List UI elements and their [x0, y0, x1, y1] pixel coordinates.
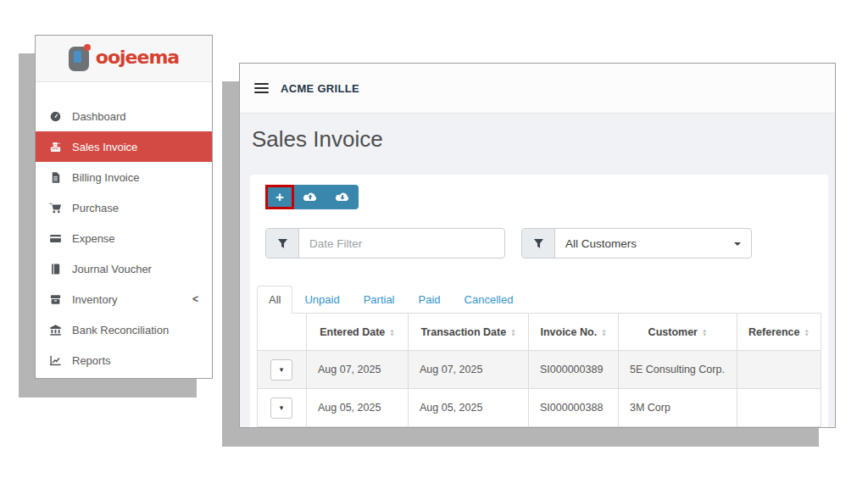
- customer-filter-select[interactable]: All Customers: [521, 228, 752, 258]
- cell: Aug 07, 2025: [307, 351, 409, 389]
- logo-dot: [84, 44, 91, 51]
- cell: SI000000389: [529, 351, 619, 389]
- funnel-icon: [266, 229, 299, 258]
- content-panel: + All Cus: [250, 175, 828, 427]
- status-tabs: All Unpaid Partial Paid Cancelled: [257, 286, 821, 314]
- table-row: ▾Aug 07, 2025Aug 07, 2025SI0000003895E C…: [258, 351, 821, 389]
- cell: 5E Consulting Corp.: [619, 351, 737, 389]
- sidebar-item-label: Journal Voucher: [72, 263, 152, 275]
- oojeema-logo-icon: [69, 47, 89, 71]
- column-header-invoice-no[interactable]: Invoice No.▲▼: [529, 314, 619, 351]
- funnel-icon: [522, 229, 555, 258]
- page-title: Sales Invoice: [252, 126, 835, 153]
- main-panel: ACME GRILLE Sales Invoice +: [239, 63, 836, 428]
- customer-filter-value: All Customers: [555, 237, 637, 250]
- column-header-label: Invoice No.: [540, 326, 597, 338]
- table-header-row: Entered Date▲▼ Transaction Date▲▼ Invoic…: [258, 314, 821, 351]
- sidebar-item-dashboard[interactable]: Dashboard: [36, 101, 212, 131]
- sidebar-item-label: Sales Invoice: [72, 141, 137, 153]
- topbar: ACME GRILLE: [240, 64, 835, 114]
- cloud-upload-icon: [303, 192, 318, 203]
- table-row: ▾Aug 05, 2025Aug 05, 2025SI0000003883M C…: [258, 389, 821, 427]
- sidebar-item-inventory[interactable]: Inventory <: [36, 284, 212, 314]
- date-filter-group: [265, 228, 505, 258]
- sidebar-item-purchase[interactable]: Purchase: [36, 192, 212, 223]
- sidebar-item-label: Purchase: [72, 202, 119, 214]
- sidebar-item-label: Billing Invoice: [72, 171, 140, 184]
- cell: Aug 07, 2025: [409, 351, 529, 389]
- sidebar: oojeema Dashboard Sales Invoice Billing …: [35, 35, 213, 379]
- column-header-reference[interactable]: Reference▲▼: [737, 314, 821, 351]
- caret-down-icon: ▾: [280, 403, 284, 412]
- sidebar-item-bank-reconciliation[interactable]: Bank Reconciliation: [36, 314, 212, 345]
- column-header-label: Customer: [648, 326, 698, 338]
- cell: Aug 05, 2025: [307, 389, 409, 427]
- column-header-customer[interactable]: Customer▲▼: [619, 314, 737, 351]
- dropdown-caret-icon: [734, 242, 741, 249]
- purchase-icon: [49, 202, 62, 214]
- sort-icon: ▲▼: [389, 328, 394, 336]
- sales-invoice-icon: [49, 141, 62, 153]
- sort-icon: ▲▼: [702, 328, 707, 336]
- logo-screen: [74, 51, 81, 63]
- cell: [737, 389, 821, 427]
- chevron-left-icon: <: [192, 293, 198, 305]
- column-header-transaction-date[interactable]: Transaction Date▲▼: [409, 314, 529, 351]
- sidebar-item-reports[interactable]: Reports: [36, 345, 212, 375]
- sidebar-item-label: Bank Reconciliation: [72, 324, 169, 336]
- sort-icon: ▲▼: [510, 328, 515, 336]
- expense-icon: [49, 232, 62, 245]
- cell: 3M Corp: [619, 389, 737, 427]
- sidebar-item-expense[interactable]: Expense: [36, 223, 212, 253]
- logo-text: oojeema: [96, 48, 179, 69]
- menu-toggle-icon[interactable]: [254, 83, 269, 93]
- sidebar-item-billing-invoice[interactable]: Billing Invoice: [36, 162, 212, 192]
- column-header-label: Reference: [748, 326, 799, 338]
- sidebar-item-label: Inventory: [72, 293, 117, 306]
- inventory-icon: [49, 293, 62, 306]
- column-header-entered-date[interactable]: Entered Date▲▼: [307, 314, 409, 351]
- cell: SI000000388: [529, 389, 619, 427]
- row-actions-cell: ▾: [258, 389, 307, 427]
- billing-invoice-icon: [49, 171, 62, 184]
- reports-icon: [49, 354, 62, 367]
- logo[interactable]: oojeema: [36, 36, 212, 82]
- cloud-download-icon: [335, 192, 350, 203]
- date-filter-input[interactable]: [299, 229, 504, 258]
- sidebar-item-journal-voucher[interactable]: Journal Voucher: [36, 253, 212, 284]
- sort-icon: ▲▼: [601, 328, 606, 336]
- sort-icon: ▲▼: [804, 328, 810, 336]
- column-header-label: Entered Date: [320, 326, 385, 338]
- row-actions-dropdown-button[interactable]: ▾: [270, 397, 292, 419]
- add-invoice-button[interactable]: +: [265, 185, 294, 209]
- sidebar-item-label: Dashboard: [72, 110, 126, 123]
- tab-all[interactable]: All: [257, 286, 292, 314]
- invoices-table: Entered Date▲▼ Transaction Date▲▼ Invoic…: [257, 313, 821, 427]
- toolbar: +: [265, 185, 821, 209]
- dashboard-icon: [49, 110, 62, 123]
- column-header-label: Transaction Date: [420, 326, 506, 338]
- row-actions-cell: ▾: [258, 351, 307, 389]
- tab-unpaid[interactable]: Unpaid: [292, 286, 351, 314]
- tab-cancelled[interactable]: Cancelled: [453, 286, 526, 314]
- sidebar-item-label: Reports: [72, 354, 111, 367]
- import-button[interactable]: [294, 185, 326, 209]
- sidebar-item-sales-invoice[interactable]: Sales Invoice: [36, 131, 212, 162]
- sidebar-item-label: Expense: [72, 232, 115, 245]
- cell: [737, 351, 821, 389]
- company-name: ACME GRILLE: [281, 82, 359, 95]
- export-button[interactable]: [326, 185, 359, 209]
- tab-paid[interactable]: Paid: [407, 286, 453, 314]
- row-actions-dropdown-button[interactable]: ▾: [270, 359, 292, 381]
- cell: Aug 05, 2025: [409, 389, 529, 427]
- filters-row: All Customers: [265, 228, 821, 258]
- actions-column-header: [258, 314, 307, 351]
- sidebar-nav: Dashboard Sales Invoice Billing Invoice …: [36, 82, 212, 375]
- bank-reconciliation-icon: [49, 324, 62, 336]
- caret-down-icon: ▾: [280, 365, 284, 374]
- journal-voucher-icon: [49, 263, 62, 275]
- tab-partial[interactable]: Partial: [352, 286, 407, 314]
